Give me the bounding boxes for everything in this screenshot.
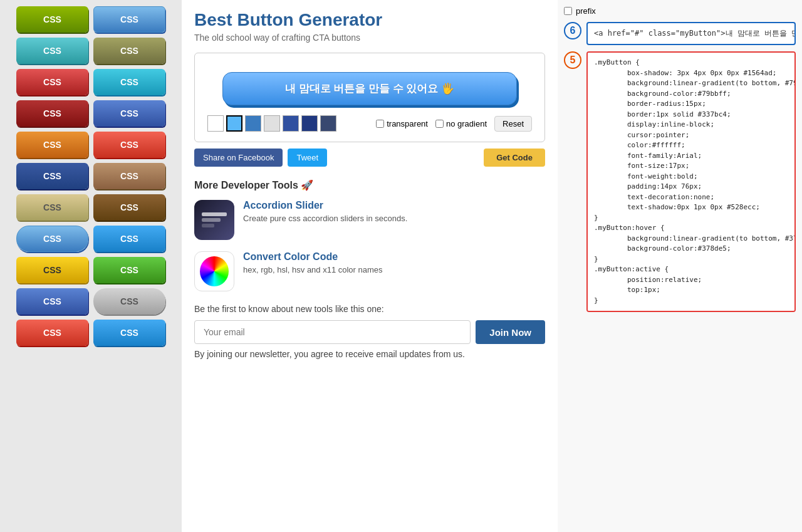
accordion-slider-description: Create pure css accordion sliders in sec… — [243, 214, 407, 223]
sidebar-btn-10-2[interactable]: CSS — [93, 288, 165, 315]
swatch-lightgray[interactable] — [264, 115, 280, 132]
join-now-button[interactable]: Join Now — [476, 320, 545, 344]
sidebar-btn-4-1[interactable]: CSS — [16, 100, 88, 127]
developer-tools-section: More Developer Tools 🚀 Accordion Slider … — [194, 179, 545, 291]
options-row: transparent no gradient Reset — [207, 115, 532, 132]
btn-row: CSS CSS — [5, 194, 177, 221]
sidebar-btn-8-1[interactable]: CSS — [16, 226, 88, 252]
dev-tools-title: More Developer Tools 🚀 — [194, 179, 545, 191]
main-content: Best Button Generator The old school way… — [182, 0, 558, 532]
color-wheel-graphic — [200, 256, 229, 286]
btn-row: CSS CSS — [5, 69, 177, 95]
step5-badge: 5 — [564, 51, 581, 69]
btn-row: CSS CSS — [5, 132, 177, 158]
step6-row: 6 <a href="#" class="myButton">내 맘대로 버튼을… — [564, 22, 796, 48]
sidebar-btn-3-1[interactable]: CSS — [16, 69, 88, 95]
sidebar-btn-6-2[interactable]: CSS — [93, 163, 165, 189]
sidebar-btn-6-1[interactable]: CSS — [16, 163, 88, 189]
btn-row: CSS CSS — [5, 226, 177, 252]
convert-color-icon[interactable] — [194, 251, 234, 291]
sidebar-btn-11-2[interactable]: CSS — [93, 320, 165, 346]
prefix-label: prefix — [576, 6, 596, 16]
reset-button[interactable]: Reset — [494, 116, 532, 132]
preview-button[interactable]: 내 맘대로 버튼을 만들 수 있어요 🖐 — [222, 72, 517, 105]
btn-row: CSS CSS — [5, 163, 177, 189]
share-facebook-button[interactable]: Share on Facebook — [194, 149, 283, 167]
prefix-row: prefix — [564, 6, 796, 16]
tool-item-accordion: Accordion Slider Create pure css accordi… — [194, 200, 545, 240]
accordion-line-2 — [202, 218, 221, 222]
prefix-checkbox[interactable] — [564, 7, 572, 15]
sidebar-btn-9-2[interactable]: CSS — [93, 257, 165, 283]
sidebar-btn-5-1[interactable]: CSS — [16, 132, 88, 158]
btn-row: CSS CSS — [5, 288, 177, 315]
checkboxes: transparent no gradient Reset — [376, 116, 532, 132]
action-left: Share on Facebook Tweet — [194, 149, 327, 167]
no-gradient-checkbox-label[interactable]: no gradient — [435, 119, 487, 128]
swatch-blue[interactable] — [245, 115, 261, 132]
sidebar-btn-10-1[interactable]: CSS — [16, 288, 88, 315]
newsletter-heading: Be the first to know about new tools lik… — [194, 304, 545, 314]
swatch-darkblue[interactable] — [283, 115, 299, 132]
accordion-icon-graphic — [197, 207, 232, 232]
sidebar-btn-1-2[interactable]: CSS — [93, 6, 165, 33]
btn-row: CSS CSS — [5, 38, 177, 64]
sidebar-btn-5-2[interactable]: CSS — [93, 132, 165, 158]
transparent-checkbox-label[interactable]: transparent — [376, 119, 428, 128]
email-input[interactable] — [194, 320, 471, 344]
sidebar-btn-3-2[interactable]: CSS — [93, 69, 165, 95]
accordion-slider-name[interactable]: Accordion Slider — [243, 200, 407, 211]
swatch-deepblue[interactable] — [301, 115, 318, 132]
sidebar: CSS CSS CSS CSS CSS CSS CSS CSS CSS CSS … — [0, 0, 182, 532]
convert-color-name[interactable]: Convert Color Code — [243, 251, 383, 263]
html-output-box[interactable]: <a href="#" class="myButton">내 맘대로 버튼을 만… — [586, 22, 796, 45]
accordion-slider-info: Accordion Slider Create pure css accordi… — [243, 200, 407, 223]
color-swatches — [207, 115, 336, 132]
newsletter-disclaimer: By joining our newsletter, you agree to … — [194, 349, 545, 359]
convert-color-description: hex, rgb, hsl, hsv and x11 color names — [243, 265, 383, 274]
action-row: Share on Facebook Tweet Get Code — [194, 149, 545, 167]
no-gradient-checkbox[interactable] — [435, 120, 444, 128]
accordion-line-3 — [202, 224, 214, 227]
swatch-white[interactable] — [207, 115, 224, 132]
sidebar-btn-9-1[interactable]: CSS — [16, 257, 88, 283]
accordion-line-1 — [202, 212, 227, 216]
btn-row: CSS CSS — [5, 320, 177, 346]
tweet-button[interactable]: Tweet — [288, 149, 327, 167]
step6-badge: 6 — [564, 22, 581, 39]
btn-row: CSS CSS — [5, 100, 177, 127]
step5-row: 5 .myButton { box-shadow: 3px 4px 0px 0p… — [564, 51, 796, 526]
newsletter-form: Join Now — [194, 320, 545, 344]
css-output-text: .myButton { box-shadow: 3px 4px 0px 0px … — [594, 58, 796, 305]
html-output-text: <a href="#" class="myButton">내 맘대로 버튼을 만… — [594, 29, 796, 38]
css-output-box[interactable]: .myButton { box-shadow: 3px 4px 0px 0px … — [586, 51, 796, 312]
accordion-slider-icon[interactable] — [194, 200, 234, 240]
page-subtitle: The old school way of crafting CTA butto… — [194, 33, 545, 43]
convert-color-info: Convert Color Code hex, rgb, hsl, hsv an… — [243, 251, 383, 274]
sidebar-btn-11-1[interactable]: CSS — [16, 320, 88, 346]
swatch-lightblue[interactable] — [226, 115, 242, 132]
sidebar-btn-1-1[interactable]: CSS — [16, 6, 88, 33]
sidebar-btn-8-2[interactable]: CSS — [93, 226, 165, 252]
sidebar-btn-7-2[interactable]: CSS — [93, 194, 165, 221]
swatch-navy[interactable] — [320, 115, 336, 132]
sidebar-btn-7-1[interactable]: CSS — [16, 194, 88, 221]
transparent-checkbox[interactable] — [376, 120, 384, 128]
sidebar-btn-4-2[interactable]: CSS — [93, 100, 165, 127]
sidebar-btn-2-2[interactable]: CSS — [93, 38, 165, 64]
newsletter-section: Be the first to know about new tools lik… — [194, 304, 545, 359]
get-code-button[interactable]: Get Code — [484, 149, 545, 167]
btn-row: CSS CSS — [5, 257, 177, 283]
button-preview-area: 내 맘대로 버튼을 만들 수 있어요 🖐 transparent no grad — [194, 53, 545, 142]
tool-item-colorcode: Convert Color Code hex, rgb, hsl, hsv an… — [194, 251, 545, 291]
btn-row: CSS CSS — [5, 6, 177, 33]
sidebar-btn-2-1[interactable]: CSS — [16, 38, 88, 64]
right-panel: prefix 6 <a href="#" class="myButton">내 … — [558, 0, 802, 532]
page-title: Best Button Generator — [194, 10, 545, 30]
